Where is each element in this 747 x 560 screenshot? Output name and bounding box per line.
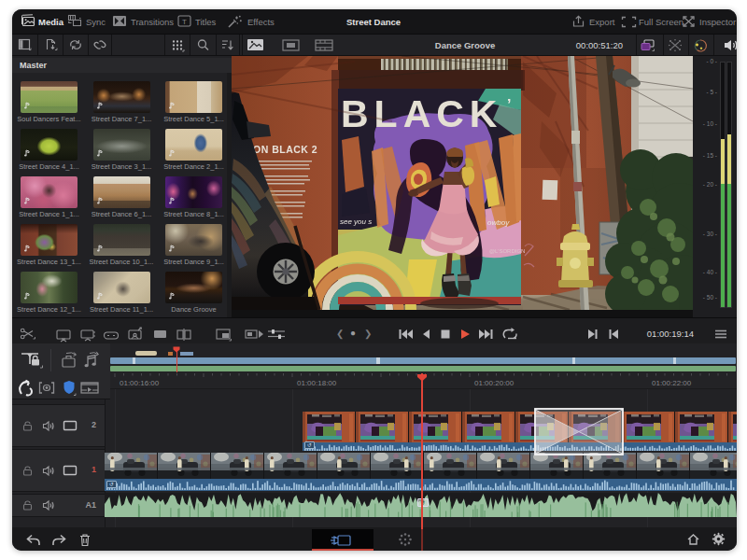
- svg-text:see you s: see you s: [340, 217, 372, 226]
- svg-text:T: T: [182, 18, 187, 26]
- svg-text:@L’SORDIGN: @L’SORDIGN: [489, 248, 525, 254]
- svg-text:ON BLACK 2: ON BLACK 2: [253, 144, 317, 155]
- svg-text:BLACK: BLACK: [341, 92, 502, 135]
- svg-text:owboy: owboy: [487, 218, 510, 227]
- svg-text:’: ’: [507, 97, 511, 113]
